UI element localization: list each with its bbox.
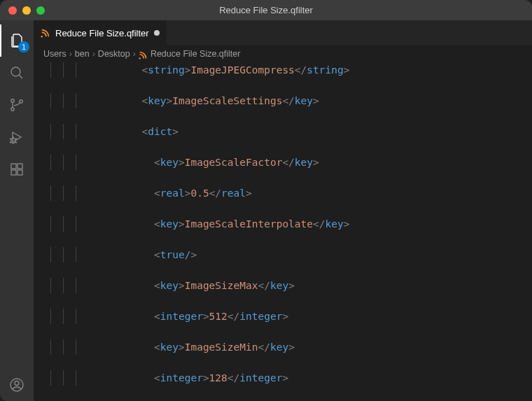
- svg-point-2: [11, 108, 14, 111]
- chevron-right-icon: ›: [92, 49, 95, 59]
- minimize-window-button[interactable]: [22, 6, 31, 15]
- svg-rect-5: [11, 164, 16, 169]
- chevron-right-icon: ›: [69, 49, 72, 59]
- svg-point-10: [15, 381, 19, 386]
- svg-rect-6: [11, 170, 16, 175]
- code-line[interactable]: <string>ImageJPEGCompress</string>: [38, 62, 532, 78]
- breadcrumb-seg[interactable]: Desktop: [98, 49, 130, 59]
- window: Reduce File Size.qfilter 1: [0, 0, 532, 401]
- search-icon: [8, 64, 25, 81]
- code-line[interactable]: <key>ImageScaleSettings</key>: [38, 93, 532, 108]
- activity-explorer[interactable]: 1: [0, 24, 34, 57]
- code-editor[interactable]: <string>ImageJPEGCompress</string> <key>…: [34, 62, 532, 401]
- code-line[interactable]: <key>ImageSizeMin</key>: [38, 339, 532, 355]
- code-line[interactable]: <key>ImageScaleFactor</key>: [38, 155, 532, 170]
- titlebar: Reduce File Size.qfilter: [0, 0, 532, 20]
- breadcrumbs[interactable]: Users › ben › Desktop › Reduce File Size…: [34, 45, 532, 62]
- code-line[interactable]: <integer>512</integer>: [38, 309, 532, 324]
- svg-rect-7: [18, 170, 22, 175]
- traffic-lights: [0, 6, 45, 15]
- rss-icon: [139, 50, 148, 59]
- tab-dirty-indicator: [154, 30, 160, 36]
- activity-search[interactable]: [0, 57, 34, 89]
- tab-bar: Reduce File Size.qfilter: [34, 20, 532, 45]
- extensions-icon: [8, 161, 25, 178]
- code-line[interactable]: <dict>: [38, 124, 532, 139]
- close-window-button[interactable]: [8, 6, 17, 15]
- svg-point-0: [11, 67, 20, 76]
- code-line[interactable]: <true/>: [38, 247, 532, 262]
- git-branch-icon: [8, 97, 25, 113]
- tab-label: Reduce File Size.qfilter: [55, 28, 149, 38]
- code-line[interactable]: <integer>128</integer>: [38, 370, 532, 386]
- code-line[interactable]: <key>ImageSizeMax</key>: [38, 278, 532, 293]
- breadcrumb-seg[interactable]: ben: [75, 49, 90, 59]
- activity-bar: 1: [0, 20, 34, 401]
- body: 1: [0, 20, 532, 401]
- chevron-right-icon: ›: [133, 49, 136, 59]
- activity-accounts[interactable]: [0, 369, 34, 401]
- rss-icon: [41, 28, 50, 38]
- window-title: Reduce File Size.qfilter: [0, 5, 532, 15]
- code-line[interactable]: <key>ImageScaleInterpolate</key>: [38, 216, 532, 232]
- account-icon: [8, 377, 25, 393]
- zoom-window-button[interactable]: [36, 6, 45, 15]
- tab-reduce-file-size[interactable]: Reduce File Size.qfilter: [34, 20, 167, 45]
- activity-source-control[interactable]: [0, 89, 34, 121]
- code-line[interactable]: <real>0.5</real>: [38, 185, 532, 201]
- debug-icon: [8, 129, 25, 146]
- breadcrumb-seg[interactable]: Users: [43, 49, 66, 59]
- explorer-badge: 1: [18, 41, 29, 52]
- breadcrumb-seg[interactable]: Reduce File Size.qfilter: [150, 49, 241, 59]
- activity-run-debug[interactable]: [0, 121, 34, 153]
- activity-extensions[interactable]: [0, 153, 34, 185]
- svg-point-1: [11, 99, 14, 102]
- editor-group: Reduce File Size.qfilter Users › ben › D…: [34, 20, 532, 401]
- svg-rect-8: [18, 164, 22, 169]
